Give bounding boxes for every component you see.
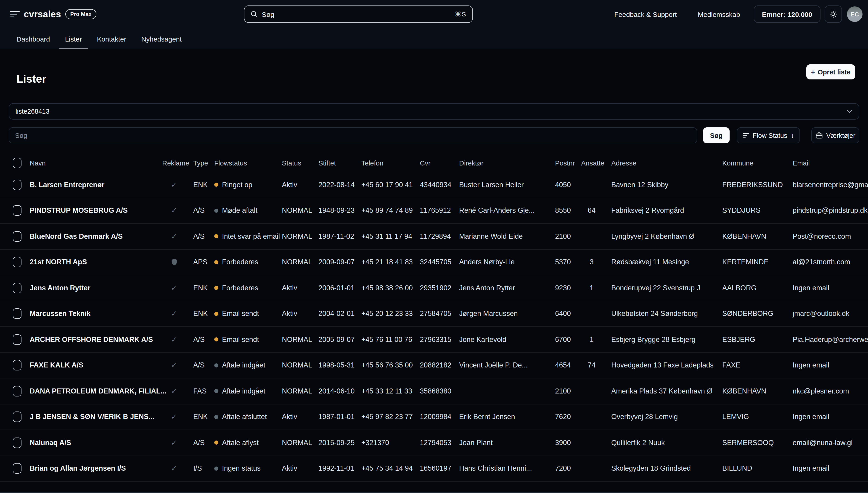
cell-cvr: 27584705: [420, 310, 458, 318]
table-row[interactable]: J B JENSEN & SØN V/ERIK B JENS... ✓ ENK …: [0, 404, 868, 430]
cell-direktor: Vincent Joëlle P. De...: [459, 361, 554, 369]
tab-nyhedsagent[interactable]: Nyhedsagent: [136, 28, 188, 49]
row-checkbox[interactable]: [13, 386, 21, 396]
row-checkbox[interactable]: [13, 283, 21, 293]
list-filter-input[interactable]: [9, 127, 697, 143]
table-row[interactable]: FAXE KALK A/S ✓ A/S Aftale indgået NORMA…: [0, 352, 868, 379]
cell-telefon: +45 89 74 74 89: [361, 207, 419, 215]
feedback-support-link[interactable]: Feedback & Support: [614, 10, 677, 18]
col-email[interactable]: Email: [793, 159, 868, 167]
search-button[interactable]: Søg: [703, 127, 729, 143]
flow-status-dot: [214, 183, 219, 187]
list-select[interactable]: liste268413: [9, 103, 859, 120]
flow-status-dot: [214, 363, 219, 367]
cell-navn: Nalunaq A/S: [30, 439, 159, 447]
cell-direktor: René Carl-Anders Gje...: [459, 207, 554, 215]
col-ansatte[interactable]: Ansatte: [581, 159, 602, 167]
tab-lister[interactable]: Lister: [59, 28, 88, 49]
flow-status-label: Email sendt: [222, 336, 259, 344]
table-row[interactable]: BlueNord Gas Denmark A/S ✓ A/S Intet sva…: [0, 224, 868, 250]
row-checkbox[interactable]: [13, 179, 21, 190]
col-direktor[interactable]: Direktør: [459, 159, 554, 167]
row-checkbox[interactable]: [13, 308, 21, 319]
table-row[interactable]: PINDSTRUP MOSEBRUG A/S ✓ A/S Møde aftalt…: [0, 198, 868, 224]
cell-type: FAS: [193, 387, 213, 395]
tab-kontakter[interactable]: Kontakter: [91, 28, 132, 49]
reklame-check-icon: ✓: [162, 387, 186, 395]
cell-cvr: 43440934: [420, 181, 458, 189]
row-checkbox[interactable]: [13, 206, 21, 216]
cell-telefon: +45 98 38 26 00: [361, 284, 419, 292]
cell-direktor: Hans Christian Henni...: [459, 465, 554, 473]
flow-status-dot: [214, 338, 219, 342]
col-cvr[interactable]: Cvr: [420, 159, 458, 167]
cell-adresse: Amerika Plads 37 København Ø: [611, 387, 721, 395]
reklame-check-icon: ✓: [162, 232, 186, 241]
cell-navn: J B JENSEN & SØN V/ERIK B JENS...: [30, 413, 159, 421]
filter-lines-icon: [743, 132, 749, 138]
table-row[interactable]: Marcussen Teknik ✓ ENK Email sendt Aktiv…: [0, 301, 868, 327]
col-type[interactable]: Type: [193, 159, 213, 167]
reklame-check-icon: ✓: [162, 309, 186, 318]
cell-cvr: 12009984: [420, 413, 458, 421]
cell-telefon: +45 60 17 90 41: [361, 181, 419, 189]
global-search-input[interactable]: Søg ⌘S: [244, 5, 473, 23]
cell-type: A/S: [193, 232, 213, 240]
theme-toggle-button[interactable]: [825, 5, 842, 23]
horizontal-scrollbar[interactable]: [0, 492, 868, 493]
cell-adresse: Hovedgaden 13 Faxe Ladeplads: [611, 361, 721, 369]
col-status[interactable]: Status: [282, 159, 317, 167]
row-checkbox[interactable]: [13, 231, 21, 242]
create-list-button[interactable]: + Opret liste: [806, 64, 855, 80]
col-postnr[interactable]: Postnr: [555, 159, 580, 167]
tab-dashboard[interactable]: Dashboard: [11, 28, 56, 49]
cell-stiftet: 2014-06-10: [318, 387, 360, 395]
table-row[interactable]: Jens Anton Rytter ✓ ENK Forbederes Aktiv…: [0, 275, 868, 301]
cell-stiftet: 2022-08-14: [318, 181, 360, 189]
row-checkbox[interactable]: [13, 463, 21, 474]
cell-adresse: Ulkebølsten 24 Sønderborg: [611, 310, 721, 318]
cell-adresse: Rødsbækvej 11 Mesinge: [611, 258, 721, 266]
tools-button[interactable]: Værktøjer: [811, 127, 859, 143]
search-icon: [250, 10, 258, 18]
col-flowstatus[interactable]: Flowstatus: [214, 159, 281, 167]
select-all-checkbox[interactable]: [13, 158, 21, 168]
table-row[interactable]: DANA PETROLEUM DENMARK, FILIAL... ✓ FAS …: [0, 379, 868, 404]
row-checkbox[interactable]: [13, 412, 21, 422]
cell-stiftet: 2006-01-01: [318, 284, 360, 292]
col-navn[interactable]: Navn: [30, 159, 159, 167]
cell-navn: Brian og Allan Jørgensen I/S: [30, 465, 159, 473]
cell-flowstatus: Forbederes: [214, 284, 281, 292]
membership-link[interactable]: Medlemsskab: [698, 10, 740, 18]
cell-email: blarsenentreprise@gma: [793, 181, 868, 189]
table-row[interactable]: Nalunaq A/S ✓ A/S Aftale aflyst NORMAL 2…: [0, 430, 868, 456]
cell-email: Post@noreco.com: [793, 232, 868, 240]
col-kommune[interactable]: Kommune: [722, 159, 792, 167]
cell-flowstatus: Aftale indgået: [214, 361, 281, 369]
col-stiftet[interactable]: Stiftet: [318, 159, 360, 167]
col-telefon[interactable]: Telefon: [361, 159, 419, 167]
row-checkbox[interactable]: [13, 335, 21, 345]
table-row[interactable]: B. Larsen Entreprenør ✓ ENK Ringet op Ak…: [0, 172, 868, 198]
cell-postnr: 6400: [555, 310, 580, 318]
row-checkbox[interactable]: [13, 437, 21, 448]
cell-navn: PINDSTRUP MOSEBRUG A/S: [30, 207, 159, 215]
page-title: Lister: [17, 72, 46, 85]
cell-flowstatus: Aftale indgået: [214, 387, 281, 395]
app-logo[interactable]: cvrsales: [24, 9, 61, 19]
avatar[interactable]: EC: [847, 6, 863, 22]
col-adresse[interactable]: Adresse: [611, 159, 721, 167]
flow-status-dot: [214, 260, 219, 264]
table-row[interactable]: 21st NORTH ApS ✓ APS Forbederes NORMAL 2…: [0, 250, 868, 275]
cell-email: al@21stnorth.com: [793, 258, 868, 266]
flow-status-button[interactable]: Flow Status ↓: [737, 127, 800, 143]
row-checkbox[interactable]: [13, 360, 21, 371]
row-checkbox[interactable]: [13, 257, 21, 267]
table-row[interactable]: ARCHER OFFSHORE DENMARK A/S ✓ A/S Email …: [0, 327, 868, 352]
cell-status: NORMAL: [282, 361, 317, 369]
emner-button[interactable]: Emner: 120.000: [754, 5, 821, 23]
col-reklame[interactable]: Reklame: [162, 159, 186, 167]
menu-icon[interactable]: [10, 11, 20, 18]
table-row[interactable]: Brian og Allan Jørgensen I/S ✓ I/S Ingen…: [0, 456, 868, 481]
brand: cvrsales Pro Max: [10, 0, 97, 28]
